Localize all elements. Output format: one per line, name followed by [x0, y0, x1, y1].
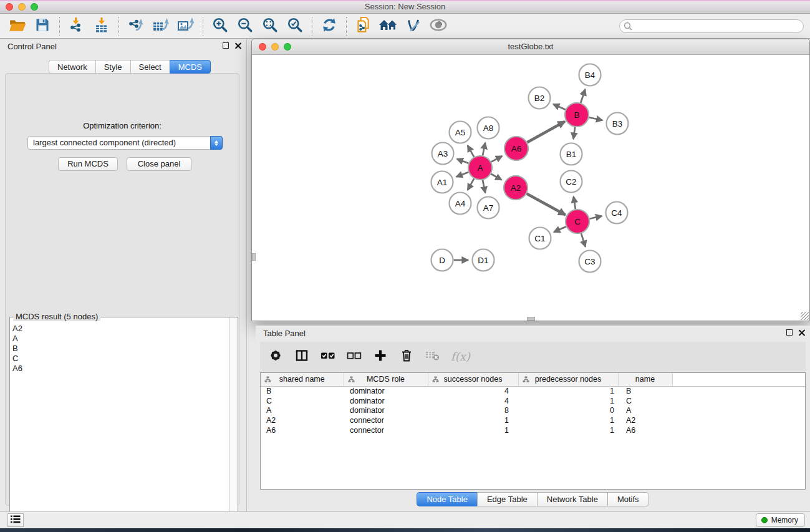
- zoom-out-button[interactable]: [233, 16, 258, 37]
- table-cell[interactable]: C: [261, 396, 344, 406]
- tab-node-table[interactable]: Node Table: [417, 492, 477, 506]
- table-cell[interactable]: 4: [428, 396, 518, 406]
- table-cell[interactable]: 0: [518, 406, 618, 416]
- col-successor-nodes[interactable]: successor nodes: [428, 373, 518, 386]
- col-mcds-role[interactable]: MCDS role: [344, 373, 428, 386]
- result-item[interactable]: B: [12, 344, 229, 354]
- graph-edge-A-A2[interactable]: [491, 174, 501, 180]
- function-builder-button[interactable]: f(x): [451, 350, 470, 363]
- table-row[interactable]: Adominator80A: [261, 406, 805, 416]
- zoom-fit-button[interactable]: [258, 16, 282, 37]
- graph-edge-A-A3[interactable]: [457, 159, 468, 163]
- horizontal-scroll-thumb[interactable]: [527, 317, 535, 321]
- tab-mcds[interactable]: MCDS: [170, 60, 211, 74]
- mcds-result-list[interactable]: A2ABCA6: [10, 317, 229, 532]
- table-cell[interactable]: 1: [518, 386, 618, 396]
- table-row[interactable]: Bdominator41B: [261, 386, 805, 396]
- graph-edge-A-A4[interactable]: [468, 178, 474, 190]
- float-panel-icon[interactable]: [223, 42, 229, 49]
- clone-network-button[interactable]: [351, 16, 376, 37]
- table-cell[interactable]: A6: [618, 425, 672, 435]
- vertical-scroll-thumb[interactable]: [252, 253, 256, 261]
- tab-select[interactable]: Select: [130, 60, 170, 74]
- graph-edge-C-C2[interactable]: [574, 196, 576, 209]
- show-columns-button[interactable]: [294, 349, 310, 365]
- graph-edge-A-A7[interactable]: [483, 180, 485, 193]
- delete-column-button[interactable]: [398, 349, 415, 365]
- select-all-button[interactable]: [320, 349, 336, 365]
- col-predecessor-nodes[interactable]: predecessor nodes: [518, 373, 618, 386]
- close-table-panel-icon[interactable]: [798, 329, 805, 336]
- table-cell[interactable]: 4: [428, 386, 518, 396]
- add-column-button[interactable]: [372, 349, 388, 365]
- graph-edge-C-C1[interactable]: [554, 226, 566, 232]
- graph-edge-A-A6[interactable]: [491, 156, 503, 162]
- task-history-button[interactable]: [7, 513, 24, 527]
- resize-grip[interactable]: [801, 312, 809, 320]
- table-cell[interactable]: A2: [261, 415, 344, 425]
- tab-edge-table[interactable]: Edge Table: [477, 492, 537, 506]
- table-cell[interactable]: 1: [428, 415, 518, 425]
- table-cell[interactable]: 1: [428, 425, 518, 435]
- table-settings-button[interactable]: [268, 349, 284, 365]
- tab-motifs[interactable]: Motifs: [607, 492, 649, 506]
- table-cell[interactable]: 8: [428, 406, 518, 416]
- table-cell[interactable]: A: [261, 406, 344, 416]
- zoom-selected-button[interactable]: [282, 16, 307, 37]
- network-canvas[interactable]: AA1A2A3A4A5A6A7A8BB1B2B3B4CC1C2C3C4DD1: [252, 55, 809, 321]
- table-cell[interactable]: B: [618, 386, 672, 396]
- col-name[interactable]: name: [618, 373, 672, 386]
- search-input[interactable]: [619, 19, 804, 33]
- graph-edge-C-C3[interactable]: [581, 233, 586, 247]
- tab-style[interactable]: Style: [95, 60, 130, 74]
- graph-edge-B-B4[interactable]: [581, 89, 585, 103]
- tab-network[interactable]: Network: [49, 60, 95, 74]
- table-cell[interactable]: dominator: [344, 406, 428, 416]
- criterion-dropdown[interactable]: largest connected component (directed): [27, 136, 223, 150]
- table-cell[interactable]: 1: [518, 415, 618, 425]
- run-mcds-button[interactable]: Run MCDS: [58, 157, 118, 171]
- graph-edge-A-A5[interactable]: [468, 145, 474, 157]
- home-button[interactable]: [376, 16, 401, 37]
- col-shared-name[interactable]: shared name: [261, 373, 344, 386]
- graph-edge-B-B3[interactable]: [589, 117, 602, 120]
- result-item[interactable]: A: [12, 334, 229, 344]
- table-cell[interactable]: A2: [618, 415, 672, 425]
- deselect-all-button[interactable]: [346, 349, 362, 365]
- export-table-button[interactable]: [148, 16, 173, 37]
- tab-network-table[interactable]: Network Table: [537, 492, 607, 506]
- network-graph[interactable]: AA1A2A3A4A5A6A7A8BB1B2B3B4CC1C2C3C4DD1: [252, 55, 809, 321]
- table-cell[interactable]: 1: [518, 396, 618, 406]
- import-network-button[interactable]: [64, 16, 89, 37]
- close-panel-button[interactable]: Close panel: [127, 157, 191, 171]
- memory-button[interactable]: Memory: [756, 513, 805, 527]
- result-item[interactable]: A6: [12, 364, 229, 374]
- result-scrollbar[interactable]: [229, 317, 238, 532]
- result-item[interactable]: C: [12, 354, 229, 364]
- table-cell[interactable]: A: [618, 406, 672, 416]
- graph-edge-A-A1[interactable]: [456, 172, 468, 177]
- graph-edge-B-B1[interactable]: [574, 127, 576, 139]
- table-row[interactable]: A6connector11A6: [261, 425, 805, 435]
- export-network-button[interactable]: [123, 16, 148, 37]
- graph-edge-A2-C[interactable]: [527, 194, 566, 215]
- graph-edge-A-A8[interactable]: [483, 143, 485, 155]
- table-cell[interactable]: A6: [261, 425, 344, 435]
- graph-edge-A6-B[interactable]: [528, 122, 565, 143]
- float-table-panel-icon[interactable]: [786, 329, 793, 336]
- table-cell[interactable]: connector: [344, 425, 428, 435]
- delete-table-button[interactable]: [425, 349, 441, 365]
- import-table-button[interactable]: [89, 16, 114, 37]
- network-window-titlebar[interactable]: testGlobe.txt: [252, 39, 809, 55]
- table-cell[interactable]: C: [618, 396, 672, 406]
- result-item[interactable]: A2: [12, 324, 229, 334]
- table-cell[interactable]: 1: [518, 425, 618, 435]
- save-session-button[interactable]: [30, 16, 55, 37]
- table-cell[interactable]: B: [261, 386, 344, 396]
- table-cell[interactable]: dominator: [344, 386, 428, 396]
- export-image-button[interactable]: [173, 16, 198, 37]
- graph-edge-B-B2[interactable]: [553, 104, 566, 110]
- graph-edge-C-C4[interactable]: [590, 216, 602, 218]
- table-row[interactable]: A2connector11A2: [261, 415, 805, 425]
- close-panel-icon[interactable]: [234, 42, 241, 49]
